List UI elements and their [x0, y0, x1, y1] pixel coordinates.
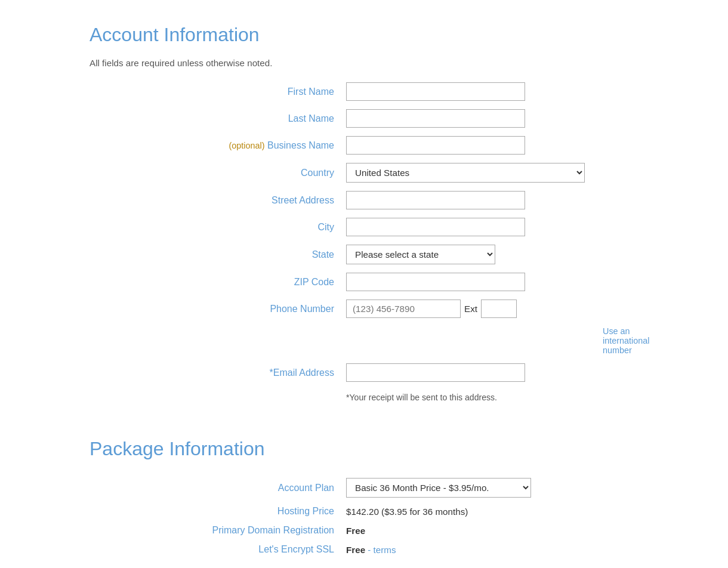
hosting-price-label: Hosting Price	[90, 506, 346, 517]
country-row: Country United States Canada United King…	[90, 163, 638, 183]
country-select[interactable]: United States Canada United Kingdom Aust…	[346, 163, 585, 183]
country-label: Country	[90, 168, 346, 178]
phone-group: Ext	[346, 300, 517, 318]
phone-input[interactable]	[346, 300, 461, 318]
business-name-label: (optional) Business Name	[90, 140, 346, 151]
first-name-row: First Name	[90, 82, 638, 101]
package-information-section: Package Information Account Plan Basic 3…	[90, 438, 638, 555]
street-address-row: Street Address	[90, 191, 638, 209]
zip-code-label: ZIP Code	[90, 277, 346, 288]
intl-number-link[interactable]: Use an international number	[603, 326, 649, 355]
street-address-input[interactable]	[346, 191, 525, 209]
city-input[interactable]	[346, 218, 525, 236]
account-info-subtitle: All fields are required unless otherwise…	[90, 58, 638, 68]
receipt-spacer	[90, 390, 346, 402]
hosting-price-value: $142.20 ($3.95 for 36 months)	[346, 507, 468, 517]
zip-code-input[interactable]	[346, 273, 525, 291]
page-container: Account Information All fields are requi…	[78, 0, 650, 568]
business-name-text: Business Name	[267, 140, 334, 150]
email-row: *Email Address	[90, 363, 638, 382]
package-info-title: Package Information	[90, 438, 638, 460]
primary-domain-label: Primary Domain Registration	[90, 525, 346, 536]
email-input[interactable]	[346, 363, 525, 382]
state-label: State	[90, 249, 346, 260]
last-name-row: Last Name	[90, 109, 638, 128]
ext-label: Ext	[464, 304, 477, 314]
receipt-note: *Your receipt will be sent to this addre…	[346, 393, 497, 402]
email-label: *Email Address	[90, 368, 346, 378]
account-info-title: Account Information	[90, 24, 638, 46]
intl-spacer	[90, 326, 346, 355]
optional-tag: (optional)	[229, 141, 265, 150]
business-name-input[interactable]	[346, 136, 525, 155]
ssl-value-group: Free - terms	[346, 545, 396, 555]
last-name-label: Last Name	[90, 113, 346, 124]
ssl-label: Let's Encrypt SSL	[90, 544, 346, 555]
state-select[interactable]: Please select a state Alabama Alaska Ari…	[346, 245, 495, 264]
ssl-free-badge: Free	[346, 545, 365, 555]
phone-number-row: Phone Number Ext	[90, 300, 638, 318]
phone-number-label: Phone Number	[90, 304, 346, 314]
zip-code-row: ZIP Code	[90, 273, 638, 291]
ssl-row: Let's Encrypt SSL Free - terms	[90, 544, 638, 555]
account-plan-label: Account Plan	[90, 483, 346, 493]
account-information-section: Account Information All fields are requi…	[90, 24, 638, 402]
city-label: City	[90, 222, 346, 233]
first-name-input[interactable]	[346, 82, 525, 101]
account-plan-select[interactable]: Basic 36 Month Price - $3.95/mo. Basic 2…	[346, 478, 531, 498]
ext-input[interactable]	[481, 300, 517, 318]
ssl-terms-link[interactable]: - terms	[368, 545, 396, 555]
first-name-label: First Name	[90, 87, 346, 97]
city-row: City	[90, 218, 638, 236]
primary-domain-value: Free	[346, 526, 365, 536]
hosting-price-row: Hosting Price $142.20 ($3.95 for 36 mont…	[90, 506, 638, 517]
state-row: State Please select a state Alabama Alas…	[90, 245, 638, 264]
primary-domain-row: Primary Domain Registration Free	[90, 525, 638, 536]
last-name-input[interactable]	[346, 109, 525, 128]
street-address-label: Street Address	[90, 195, 346, 206]
intl-link-row: Use an international number	[90, 326, 638, 355]
receipt-note-row: *Your receipt will be sent to this addre…	[90, 390, 638, 402]
business-name-row: (optional) Business Name	[90, 136, 638, 155]
account-plan-row: Account Plan Basic 36 Month Price - $3.9…	[90, 478, 638, 498]
